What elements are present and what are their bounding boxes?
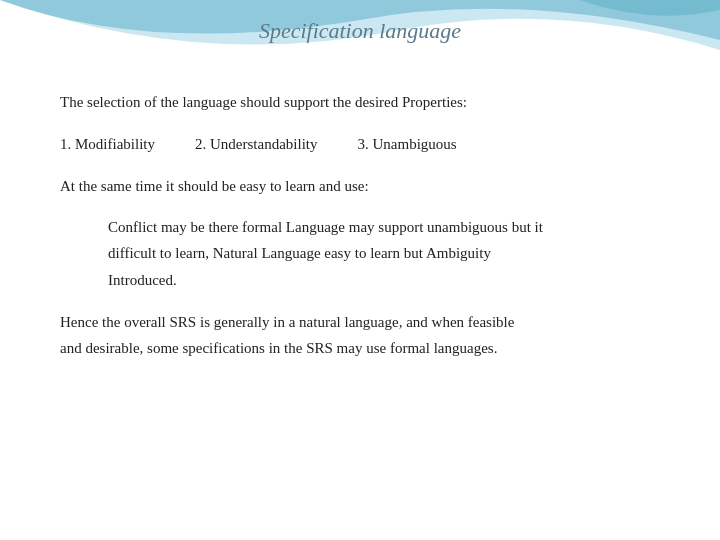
slide: Specification language The selection of …	[0, 0, 720, 540]
conflict-block: Conflict may be there formal Language ma…	[108, 214, 680, 293]
content-area: The selection of the language should sup…	[60, 90, 680, 500]
list-item-3: 3. Unambiguous	[357, 132, 456, 156]
list-item-1: 1. Modifiability	[60, 132, 155, 156]
hence-paragraph: Hence the overall SRS is generally in a …	[60, 309, 680, 362]
same-time-paragraph: At the same time it should be easy to le…	[60, 174, 680, 198]
slide-title: Specification language	[0, 18, 720, 44]
intro-paragraph: The selection of the language should sup…	[60, 90, 680, 114]
list-item-2: 2. Understandability	[195, 132, 317, 156]
conflict-line-1: Conflict may be there formal Language ma…	[108, 214, 680, 293]
properties-list: 1. Modifiability 2. Understandability 3.…	[60, 132, 680, 156]
